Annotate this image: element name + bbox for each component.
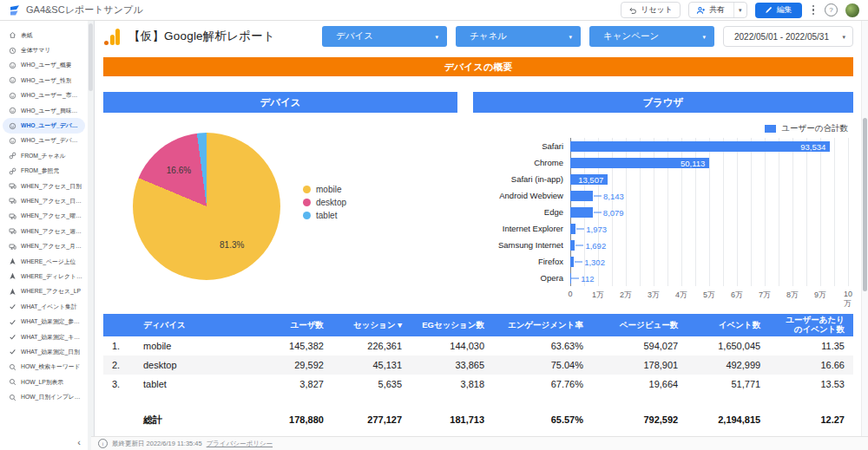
link-icon — [9, 167, 16, 175]
main-scrollbar[interactable] — [861, 21, 868, 436]
main-scrollbar-thumb[interactable] — [863, 118, 867, 291]
sidebar-item[interactable]: WHO_ユーザ_興味カテ… — [3, 103, 85, 118]
more-options-icon[interactable] — [810, 5, 818, 16]
pie-legend-item[interactable]: mobile — [303, 185, 346, 194]
sidebar-item[interactable]: 全体サマリ — [3, 42, 85, 57]
table-column-header[interactable]: イベント数 — [687, 321, 769, 330]
share-button[interactable]: 共有 ▾ — [688, 2, 747, 18]
table-column-header[interactable]: セッション ▾ — [332, 321, 411, 330]
looker-studio-viewer: GA4&SCレポートサンプル リセット — [0, 0, 868, 450]
sidebar-item[interactable]: WHO_ユーザ_デバイス — [3, 118, 85, 133]
chevron-down-icon: ▾ — [435, 34, 438, 40]
sidebar-item[interactable]: WHERE_ディレクトリ… — [3, 269, 85, 284]
avatar[interactable] — [845, 3, 859, 17]
table-cell: mobile — [135, 341, 254, 352]
table-cell: 16.66 — [769, 360, 853, 371]
sidebar-item[interactable]: WHEN_アクセス_曜日別 — [3, 209, 85, 224]
bar-track: 13,507 — [570, 171, 848, 187]
pie-legend-item[interactable]: desktop — [303, 198, 346, 207]
table-column-header[interactable]: ユーザ数 — [254, 321, 332, 330]
sidebar-item[interactable]: HOW_日別インプレッ… — [3, 389, 85, 404]
bar-value-label: 1,692 — [575, 240, 606, 250]
bar[interactable] — [570, 191, 593, 201]
table-column-header[interactable]: ページビュー数 — [592, 321, 687, 330]
page-navigation-sidebar: 表紙全体サマリWHO_ユーザ_概要WHO_ユーザ_性別WHO_ユーザー_市町村W… — [0, 21, 94, 450]
bar-legend[interactable]: ユーザーの合計数 — [473, 123, 848, 134]
bar[interactable]: 93,534 — [570, 141, 830, 152]
sidebar-item[interactable]: WHAT_イベント集計 — [3, 299, 85, 314]
bar[interactable] — [570, 224, 575, 234]
x-tick-label: 3万 — [648, 290, 660, 301]
bar-track: 50,113 — [570, 154, 848, 171]
sidebar-item[interactable]: WHEN_アクセス_週推移 — [3, 224, 85, 238]
sidebar-scrollbar[interactable] — [88, 21, 94, 450]
table-column-header[interactable]: ディバイス — [135, 321, 254, 330]
edit-button[interactable]: 編集 — [755, 3, 802, 18]
sidebar-item[interactable]: WHEN_アクセス_月推移 — [3, 238, 85, 253]
browser-panel-header: ブラウザ — [473, 92, 853, 113]
table-column-header[interactable]: ユーザーあたりのイベント数 — [769, 316, 853, 335]
help-icon[interactable]: ? — [825, 3, 838, 16]
bar-category-label: Samsung Internet — [473, 240, 570, 250]
filter-button-0[interactable]: デバイス▾ — [322, 26, 447, 47]
bar[interactable] — [570, 240, 575, 251]
sidebar-item[interactable]: WHEN_アクセス_日別 — [3, 179, 85, 193]
sidebar-item[interactable]: WHO_ユーザー_市町村 — [3, 88, 85, 103]
bar[interactable] — [570, 207, 593, 218]
bar[interactable]: 13,507 — [570, 174, 608, 185]
privacy-policy-link[interactable]: プライバシーポリシー — [207, 440, 273, 448]
bar[interactable] — [570, 257, 574, 267]
browser-bar-chart: Safari93,534Chrome50,113Safari (in-app)1… — [473, 138, 853, 286]
bar-category-label: Safari (in-app) — [473, 174, 570, 184]
sidebar-scrollbar-thumb[interactable] — [89, 23, 93, 91]
sidebar-item-label: WHAT_効果測定_キャ… — [21, 333, 82, 342]
sidebar-item[interactable]: WHO_ユーザ_デバイス… — [3, 134, 85, 148]
bar-track: 1,692 — [570, 237, 848, 253]
table-row[interactable]: 1.mobile145,382226,361144,03063.63%594,0… — [103, 336, 853, 355]
sidebar-item[interactable]: WHO_ユーザ_概要 — [3, 58, 85, 73]
sidebar-item[interactable]: WHO_ユーザ_性別 — [3, 73, 85, 88]
check-icon — [9, 348, 16, 355]
sidebar-item[interactable]: HOW_検索キーワード — [3, 360, 85, 375]
sidebar-item[interactable]: WHAT_効果測定_参照… — [3, 314, 85, 329]
table-cell: 19,664 — [592, 379, 687, 390]
table-cell: 5,635 — [332, 379, 411, 390]
table-column-header[interactable]: EGセッション数 — [411, 321, 493, 330]
date-range-picker[interactable]: 2022/05/01 - 2022/05/31 ▾ — [723, 26, 853, 47]
total-cell: 12.27 — [769, 414, 853, 426]
share-dropdown-caret[interactable]: ▾ — [733, 3, 746, 17]
bar[interactable]: 50,113 — [570, 158, 709, 168]
sidebar-item-label: WHO_ユーザ_デバイス — [21, 121, 82, 130]
sidebar-item[interactable]: WHERE_ページ上位 — [3, 254, 85, 269]
check-icon — [9, 303, 16, 310]
devices-icon — [9, 197, 16, 205]
sidebar-collapse-button[interactable]: ‹ — [73, 436, 85, 448]
sidebar-item[interactable]: FROM_参照元 — [3, 164, 85, 179]
sidebar-item[interactable]: FROM_チャネル — [3, 148, 85, 163]
sidebar-item[interactable]: WHAT_効果測定_キャ… — [3, 329, 85, 344]
device-pie-chart[interactable]: 81.3%16.6% — [133, 133, 280, 280]
filter-button-2[interactable]: キャンペーン▾ — [589, 26, 714, 47]
table-row[interactable]: 3.tablet3,8275,6353,81867.76%19,66451,77… — [103, 375, 853, 394]
report-footer: i 最終更新日 2022/6/19 11:35:45 プライバシーポリシー — [91, 436, 868, 450]
sidebar-item[interactable]: WHERE_アクセス_LP — [3, 284, 85, 299]
x-tick-label: 4万 — [675, 290, 687, 301]
sidebar-item[interactable]: HOW_LP別表示 — [3, 375, 85, 389]
sidebar-item[interactable]: WHAT_効果測定_日別 — [3, 344, 85, 359]
google-analytics-logo-icon — [103, 29, 121, 45]
check-icon — [9, 333, 16, 341]
filter-button-1[interactable]: チャネル▾ — [456, 26, 581, 47]
sidebar-item-label: WHEN_アクセス_日別 — [21, 182, 82, 191]
table-row[interactable]: 2.desktop29,59245,13133,86575.04%178,901… — [103, 355, 853, 375]
plane-icon — [9, 258, 16, 265]
sidebar-item[interactable]: 表紙 — [3, 28, 85, 42]
search-icon — [9, 363, 16, 371]
table-cell: 51,771 — [687, 379, 769, 390]
bar-row: Samsung Internet1,692 — [473, 237, 853, 253]
table-column-header[interactable]: エンゲージメント率 — [493, 321, 592, 330]
pie-legend-item[interactable]: tablet — [303, 211, 346, 220]
reset-button[interactable]: リセット — [621, 2, 681, 18]
bar-category-label: Firefox — [473, 257, 570, 266]
table-cell: 29,592 — [254, 360, 332, 371]
sidebar-item[interactable]: WHEN_アクセス_日別… — [3, 193, 85, 208]
